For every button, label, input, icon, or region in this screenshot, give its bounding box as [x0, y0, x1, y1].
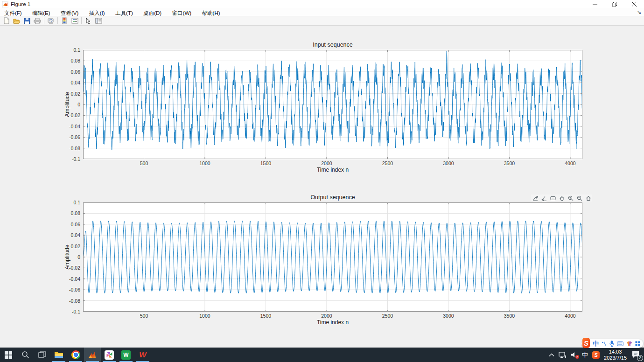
- export-icon[interactable]: [532, 195, 538, 201]
- volume-muted-icon[interactable]: ✕: [571, 352, 578, 358]
- output-sequence-plot: Output sequence Amplitude Time index n: [61, 194, 607, 334]
- plot-area[interactable]: [83, 202, 582, 312]
- y-tick-label: -0.1: [61, 309, 80, 314]
- print-figure-icon[interactable]: [32, 17, 42, 25]
- y-tick-label: 0: [61, 102, 80, 107]
- menu-help[interactable]: 帮助(H): [198, 9, 224, 17]
- x-tick-label: 500: [132, 160, 155, 166]
- y-tick-label: 0.04: [61, 80, 80, 85]
- sogou-logo-icon[interactable]: S: [582, 338, 590, 348]
- figure-canvas: Input sequence Amplitude Time index n 50…: [0, 26, 644, 348]
- plot-title: Input sequence: [83, 42, 582, 48]
- x-tick-label: 2500: [376, 160, 399, 166]
- system-tray: ✕ 中 S 14:03 2023/7/15 2: [549, 348, 644, 362]
- matlab-figure-icon: [2, 1, 8, 7]
- y-tick-label: 0.1: [61, 200, 80, 205]
- y-tick-label: 0.06: [61, 222, 80, 227]
- y-tick-label: -0.02: [61, 112, 80, 118]
- menu-insert[interactable]: 插入(I): [85, 9, 109, 17]
- task-view-button[interactable]: [34, 348, 50, 362]
- menu-desktop[interactable]: 桌面(D): [139, 9, 166, 17]
- x-tick-label: 3500: [497, 160, 521, 166]
- y-tick-label: -0.06: [61, 134, 80, 140]
- toolbar-separator: [57, 17, 58, 24]
- network-display-icon[interactable]: [559, 352, 567, 358]
- pinwheel-app-button[interactable]: [101, 348, 118, 362]
- x-tick-label: 2000: [315, 313, 338, 319]
- x-tick-label: 4000: [559, 313, 582, 319]
- brush-data-icon[interactable]: [541, 195, 547, 201]
- pan-icon[interactable]: [559, 195, 565, 201]
- search-button[interactable]: [17, 348, 34, 362]
- pinwheel-tile: [105, 350, 114, 360]
- link-plot-icon[interactable]: [46, 17, 56, 25]
- y-tick-label: 0: [61, 254, 80, 260]
- restore-view-icon[interactable]: [585, 195, 591, 201]
- menu-edit[interactable]: 编辑(E): [28, 9, 54, 17]
- action-center-icon[interactable]: 2: [631, 350, 641, 360]
- minimize-button[interactable]: [585, 0, 605, 8]
- wps-office-logo: W: [139, 350, 147, 360]
- file-explorer-button[interactable]: [50, 348, 67, 362]
- x-tick-label: 3000: [437, 313, 460, 319]
- y-tick-label: 0.04: [61, 232, 80, 238]
- tray-time: 14:03: [604, 349, 627, 355]
- zoom-out-icon[interactable]: [576, 195, 582, 201]
- y-tick-label: -0.04: [61, 276, 80, 282]
- chrome-button[interactable]: [67, 348, 84, 362]
- datatips-icon[interactable]: [550, 195, 556, 201]
- save-figure-icon[interactable]: [22, 17, 32, 25]
- wps-writer-tile: W: [121, 350, 131, 360]
- x-tick-label: 500: [132, 313, 155, 319]
- tray-clock[interactable]: 14:03 2023/7/15: [604, 349, 627, 361]
- edit-plot-icon[interactable]: [83, 17, 93, 25]
- sogou-icon[interactable]: S: [592, 351, 600, 359]
- plot-area[interactable]: [83, 50, 582, 159]
- new-figure-icon[interactable]: [1, 17, 12, 25]
- axes-toolbar: [531, 195, 592, 202]
- wps-office-button[interactable]: W: [134, 348, 151, 362]
- y-tick-label: -0.02: [61, 265, 80, 271]
- zoom-in-icon[interactable]: [567, 195, 574, 201]
- y-tick-label: -0.08: [61, 146, 80, 151]
- mic-icon[interactable]: [609, 341, 614, 347]
- restore-button[interactable]: [605, 0, 624, 8]
- y-tick-label: 0.02: [61, 244, 80, 249]
- taskbar: W W: [0, 348, 644, 362]
- close-button[interactable]: [624, 0, 644, 8]
- tray-date: 2023/7/15: [604, 355, 627, 361]
- grid-icon[interactable]: [635, 341, 640, 346]
- toolbar-separator: [44, 17, 44, 24]
- x-tick-label: 3500: [497, 313, 521, 319]
- matlab-button[interactable]: [84, 348, 101, 362]
- title-bar[interactable]: Figure 1: [0, 0, 644, 8]
- menu-tools[interactable]: 工具(T): [111, 9, 137, 17]
- wps-writer-button[interactable]: W: [118, 348, 134, 362]
- menu-file[interactable]: 文件(F): [0, 9, 26, 17]
- start-button[interactable]: [0, 348, 17, 362]
- menu-window[interactable]: 窗口(W): [168, 9, 196, 17]
- insert-legend-icon[interactable]: [70, 17, 80, 25]
- chrome-logo: [71, 350, 80, 359]
- dock-figure-icon[interactable]: ↘: [637, 9, 641, 15]
- menu-view[interactable]: 查看(V): [56, 9, 83, 17]
- x-axis-label: Time index n: [83, 167, 582, 173]
- y-tick-label: -0.06: [61, 287, 80, 292]
- x-axis-label: Time index n: [83, 319, 582, 326]
- ime-indicator[interactable]: 中: [582, 351, 588, 359]
- ime-lang-toggle[interactable]: 中: [593, 340, 599, 348]
- property-inspector-icon[interactable]: [93, 17, 104, 25]
- y-tick-label: 0.08: [61, 210, 80, 216]
- mute-badge: ✕: [575, 355, 579, 359]
- input-sequence-plot: Input sequence Amplitude Time index n 50…: [61, 41, 607, 181]
- x-tick-label: 4000: [559, 160, 582, 166]
- open-file-icon[interactable]: [12, 17, 22, 25]
- punctuation-icon[interactable]: [602, 341, 607, 346]
- insert-colorbar-icon[interactable]: [59, 17, 70, 25]
- figure-toolbar: [0, 16, 644, 26]
- notification-badge: 2: [637, 355, 643, 361]
- x-tick-label: 2500: [376, 313, 399, 319]
- skin-icon[interactable]: [626, 341, 632, 346]
- hidden-icons-chevron[interactable]: [549, 353, 554, 357]
- keyboard-icon[interactable]: [617, 341, 623, 346]
